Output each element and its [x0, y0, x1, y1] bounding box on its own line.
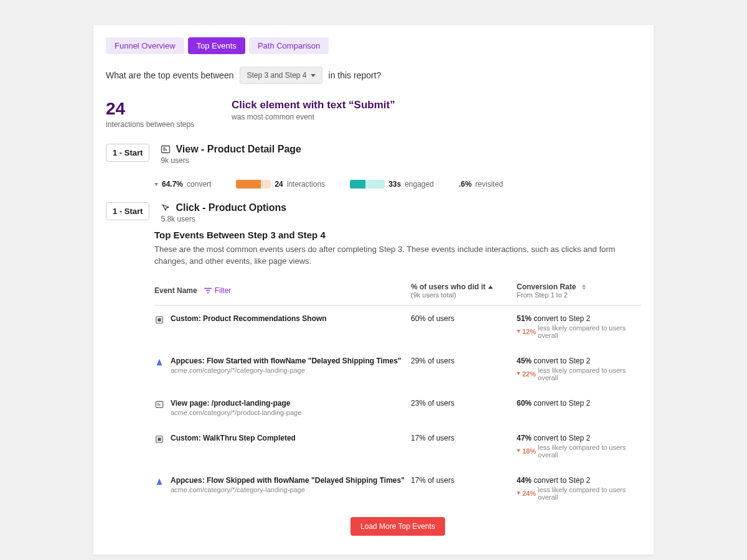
metric-convert: 64.7% convert	[154, 180, 211, 189]
page-view-icon	[154, 399, 164, 409]
event-title: Custom: WalkThru Step Completed	[171, 434, 296, 442]
down-arrow-icon	[517, 372, 520, 375]
sort-updown-icon	[582, 284, 586, 290]
step-row-2: 1 - Start Click - Product Options 5.8k u…	[106, 202, 641, 223]
filter-icon	[204, 286, 212, 295]
event-conversion: 45% convert to Step 222% less likely com…	[517, 357, 641, 381]
event-conversion: 47% convert to Step 218% less likely com…	[517, 434, 641, 459]
down-arrow-icon	[517, 492, 520, 495]
event-pct: 17% of users	[411, 434, 510, 459]
step-users: 5.8k users	[161, 215, 641, 223]
engaged-time: 33s	[388, 180, 401, 189]
step-badge[interactable]: 1 - Start	[106, 202, 149, 220]
engaged-bar	[350, 180, 385, 189]
event-url: acme.com/category/*/category-landing-pag…	[171, 366, 402, 374]
interaction-count: 24	[106, 99, 194, 119]
event-url: acme.com/category/*/category-landing-pag…	[171, 486, 405, 493]
revisited-label: revisited	[476, 180, 504, 189]
filter-label: Filter	[215, 286, 232, 295]
event-title: Custom: Product Recommendations Shown	[171, 314, 327, 323]
event-conversion: 60% convert to Step 2	[517, 399, 641, 416]
query-row: What are the top events between Step 3 a…	[106, 67, 641, 84]
step-title-text: Click - Product Options	[176, 202, 286, 213]
col-conversion-sub: From Step 1 to 2	[517, 291, 641, 299]
events-table-header: Event Name Filter % of users who did it …	[154, 279, 641, 306]
convert-label: convert	[187, 180, 211, 189]
click-icon	[161, 203, 171, 213]
dropdown-selected: Step 3 and Step 4	[247, 71, 306, 80]
event-url: acme.com/category/*/product-landing-page	[171, 409, 301, 416]
metric-revisited: .6% revisited	[459, 180, 503, 189]
interaction-count-label: interactions between steps	[106, 120, 194, 129]
event-row[interactable]: Custom: WalkThru Step Completed17% of us…	[154, 425, 641, 467]
query-suffix: in this report?	[329, 70, 382, 80]
revisited-pct: .6%	[459, 180, 472, 189]
interactions-label: interactions	[287, 180, 325, 189]
metric-engaged: 33s engaged	[350, 180, 434, 189]
col-event-name: Event Name	[154, 286, 197, 295]
event-row[interactable]: Appcues: Flow Started with flowName "Del…	[154, 348, 641, 390]
report-page: Funnel Overview Top Events Path Comparis…	[93, 25, 654, 554]
top-events-desc: These are the most common events users d…	[154, 244, 641, 268]
event-title: Appcues: Flow Started with flowName "Del…	[171, 357, 402, 365]
col-pct-sub: (9k users total)	[411, 291, 510, 299]
down-arrow-icon	[154, 183, 158, 186]
page-view-icon	[161, 144, 171, 154]
step-metrics: 64.7% convert 24 interactions 33s engage…	[106, 171, 641, 202]
event-conversion: 44% convert to Step 224% less likely com…	[517, 476, 641, 501]
convert-pct: 64.7%	[162, 180, 183, 189]
custom-icon	[154, 315, 164, 325]
step-badge[interactable]: 1 - Start	[106, 144, 149, 162]
svg-rect-5	[157, 437, 161, 441]
step-row-1: 1 - Start View - Product Detail Page 9k …	[106, 144, 641, 165]
appcues-icon	[154, 357, 164, 367]
appcues-icon	[154, 477, 164, 487]
summary-row: 24 interactions between steps Click elem…	[106, 99, 641, 129]
report-tabs: Funnel Overview Top Events Path Comparis…	[106, 37, 641, 54]
step-title: Click - Product Options	[161, 202, 641, 213]
custom-icon	[154, 434, 164, 444]
tab-funnel-overview[interactable]: Funnel Overview	[106, 37, 184, 54]
down-arrow-icon	[517, 449, 520, 452]
engaged-label: engaged	[405, 180, 434, 189]
interactions-count: 24	[275, 180, 283, 189]
top-event-block: Click element with text “Submit” was mos…	[232, 99, 395, 129]
col-conversion-label: Conversion Rate	[517, 282, 576, 291]
event-pct: 29% of users	[411, 357, 510, 381]
load-more-button[interactable]: Load More Top Events	[350, 517, 445, 536]
event-title: View page: /product-landing-page	[171, 399, 301, 408]
col-pct[interactable]: % of users who did it (9k users total)	[411, 282, 510, 299]
event-row[interactable]: Appcues: Flow Skipped with flowName "Del…	[154, 467, 641, 510]
filter-button[interactable]: Filter	[204, 286, 232, 295]
interactions-bar	[236, 180, 271, 189]
query-prefix: What are the top events between	[106, 70, 233, 80]
down-arrow-icon	[517, 330, 520, 333]
step-users: 9k users	[161, 156, 641, 165]
top-events-title: Top Events Between Step 3 and Step 4	[154, 230, 641, 240]
col-pct-label: % of users who did it	[411, 282, 486, 291]
tab-path-comparison[interactable]: Path Comparison	[249, 37, 329, 54]
event-title: Appcues: Flow Skipped with flowName "Del…	[171, 476, 405, 485]
event-pct: 17% of users	[411, 476, 510, 501]
step-title: View - Product Detail Page	[161, 144, 641, 155]
metric-interactions: 24 interactions	[236, 180, 325, 189]
event-conversion: 51% convert to Step 212% less likely com…	[517, 314, 641, 339]
event-pct: 60% of users	[411, 314, 510, 339]
top-event-name: Click element with text “Submit”	[232, 99, 395, 111]
svg-rect-3	[156, 401, 162, 408]
step-title-text: View - Product Detail Page	[176, 144, 301, 155]
interaction-count-block: 24 interactions between steps	[106, 99, 194, 129]
sort-up-icon	[488, 286, 493, 289]
svg-rect-0	[162, 146, 170, 153]
col-conversion[interactable]: Conversion Rate From Step 1 to 2	[517, 282, 641, 299]
event-pct: 23% of users	[411, 399, 510, 416]
chevron-down-icon	[311, 74, 316, 77]
svg-rect-2	[157, 318, 161, 321]
events-table-body: Custom: Product Recommendations Shown60%…	[154, 306, 641, 510]
top-event-label: was most common event	[232, 113, 395, 121]
tab-top-events[interactable]: Top Events	[188, 37, 245, 54]
event-row[interactable]: View page: /product-landing-pageacme.com…	[154, 390, 641, 425]
step-range-dropdown[interactable]: Step 3 and Step 4	[240, 67, 322, 84]
event-row[interactable]: Custom: Product Recommendations Shown60%…	[154, 306, 641, 348]
